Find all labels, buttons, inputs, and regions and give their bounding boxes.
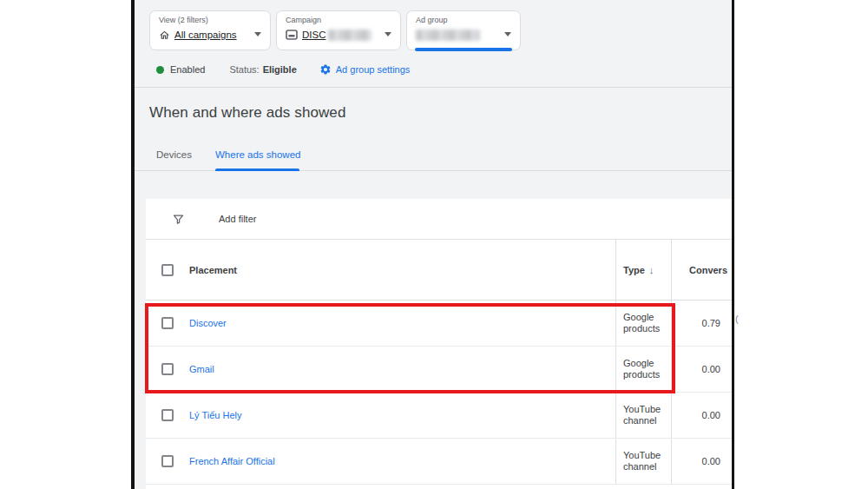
screenshot-frame-right <box>732 0 734 489</box>
chevron-down-icon <box>385 32 391 36</box>
table-header-row: Placement Type ↓ Convers <box>146 240 732 301</box>
home-icon <box>159 30 170 41</box>
table-body: Discover Google products 0.79 Gmail Goog… <box>146 301 732 485</box>
tab-devices[interactable]: Devices <box>156 149 192 160</box>
campaign-label: Campaign <box>286 16 391 25</box>
placement-link[interactable]: French Affair Official <box>189 456 275 466</box>
view-filter-dropdown[interactable]: View (2 filters) All campaigns <box>149 10 271 50</box>
table-row: Discover Google products 0.79 <box>146 301 732 347</box>
column-header-type[interactable]: Type ↓ <box>616 240 672 300</box>
view-filter-label: View (2 filters) <box>159 16 261 25</box>
active-tab-indicator <box>215 169 299 171</box>
row-checkbox[interactable] <box>161 409 174 421</box>
add-filter-label: Add filter <box>219 214 256 224</box>
status-label: Status: <box>229 64 259 75</box>
row-checkbox[interactable] <box>161 455 174 467</box>
chevron-down-icon <box>504 32 511 36</box>
column-header-placement[interactable]: Placement <box>189 265 237 275</box>
row-checkbox[interactable] <box>161 317 174 329</box>
column-header-conversions[interactable]: Convers <box>672 240 732 300</box>
clipped-edge-glyph: ( <box>735 314 740 324</box>
row-checkbox[interactable] <box>161 363 174 375</box>
sort-descending-icon: ↓ <box>649 265 654 275</box>
campaign-dropdown[interactable]: Campaign DISC <box>276 10 401 50</box>
type-cell: Google products <box>623 358 668 380</box>
ad-group-settings-link[interactable]: Ad group settings <box>319 63 411 76</box>
placement-link[interactable]: Lý Tiểu Hely <box>189 410 242 420</box>
placements-table-card: Add filter Placement Type ↓ Convers Disc… <box>146 199 732 489</box>
screenshot-frame-left <box>131 0 135 489</box>
table-row: French Affair Official YouTube channel 0… <box>146 439 732 485</box>
campaign-icon <box>286 30 298 40</box>
placement-link[interactable]: Discover <box>189 318 227 328</box>
page-title: When and where ads showed <box>149 104 345 122</box>
status-value: Eligible <box>263 64 297 75</box>
redacted-ad-group-name <box>416 30 480 41</box>
tab-where-ads-showed[interactable]: Where ads showed <box>215 149 300 160</box>
table-row: Gmail Google products 0.00 <box>146 347 732 393</box>
google-ads-content: View (2 filters) All campaigns Campaign … <box>135 0 732 489</box>
ad-group-dropdown[interactable]: Ad group <box>406 10 521 50</box>
section-divider <box>135 87 732 88</box>
active-selection-underline <box>415 48 512 51</box>
add-filter-bar[interactable]: Add filter <box>146 199 732 240</box>
chevron-down-icon <box>254 32 261 36</box>
type-header-label: Type <box>623 265 645 275</box>
view-filter-value: All campaigns <box>174 30 237 40</box>
conversions-cell: 0.79 <box>672 318 732 328</box>
report-tabs: Devices Where ads showed <box>135 146 732 171</box>
campaign-value: DISC <box>302 30 326 40</box>
type-cell: YouTube channel <box>623 450 668 472</box>
enabled-status-dot <box>156 66 164 74</box>
ad-group-settings-label: Ad group settings <box>336 64 411 75</box>
conversions-header-label: Convers <box>689 265 727 275</box>
enabled-label: Enabled <box>170 64 205 75</box>
placement-link[interactable]: Gmail <box>189 364 214 374</box>
status-bar: Enabled Status: Eligible Ad group settin… <box>156 62 410 77</box>
conversions-cell: 0.00 <box>672 456 732 466</box>
gear-icon <box>319 63 332 76</box>
type-cell: Google products <box>623 312 668 334</box>
conversions-cell: 0.00 <box>672 364 732 374</box>
conversions-cell: 0.00 <box>672 410 732 420</box>
type-cell: YouTube channel <box>623 404 668 426</box>
redacted-campaign-name <box>328 30 372 41</box>
filter-funnel-icon <box>172 213 185 226</box>
select-all-checkbox[interactable] <box>161 264 174 276</box>
table-row: Lý Tiểu Hely YouTube channel 0.00 <box>146 393 732 439</box>
ad-group-label: Ad group <box>416 16 511 25</box>
